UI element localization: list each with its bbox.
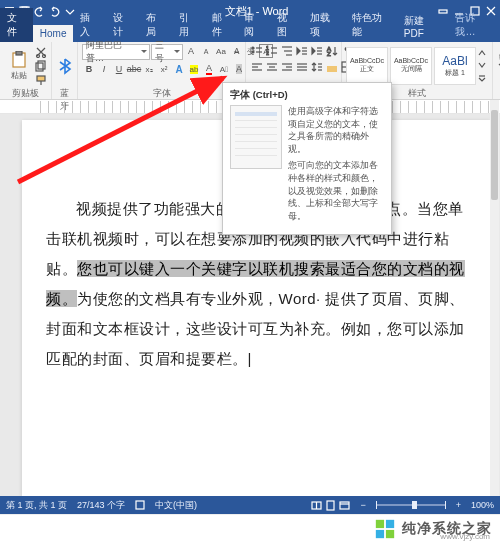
svg-point-17 [252, 51, 254, 53]
indent-inc-icon[interactable] [310, 44, 324, 58]
tab-insert[interactable]: 插入 [73, 8, 106, 42]
tab-home[interactable]: Home [33, 25, 74, 42]
undo-icon[interactable] [34, 6, 45, 17]
group-label-font: 字体 [82, 87, 241, 99]
watermark-url: www.vjzy.com [440, 532, 490, 541]
tab-view[interactable]: 视图 [270, 8, 303, 42]
tab-mailings[interactable]: 邮件 [205, 8, 238, 42]
group-label-clipboard: 剪贴板 [4, 87, 47, 99]
zoom-out-icon[interactable]: − [360, 500, 365, 510]
tell-me[interactable]: 告诉我… [448, 8, 500, 42]
redo-icon[interactable] [49, 6, 60, 17]
svg-text:Z: Z [327, 51, 331, 57]
highlight-icon[interactable]: ab [187, 62, 201, 76]
svg-rect-59 [340, 502, 349, 509]
group-clipboard: 粘贴 剪贴板 [0, 42, 52, 99]
tab-addins[interactable]: 加载项 [303, 8, 345, 42]
char-shading-icon[interactable]: A [232, 62, 246, 76]
align-right-icon[interactable] [280, 60, 294, 74]
tab-review[interactable]: 审阅 [237, 8, 270, 42]
tab-file[interactable]: 文件 [0, 8, 33, 42]
font-size-combo[interactable]: 三号 [151, 44, 183, 60]
styles-up-icon[interactable] [478, 49, 486, 57]
indent-dec-icon[interactable] [295, 44, 309, 58]
tab-newpdf[interactable]: 新建PDF [397, 11, 449, 42]
status-wordcount[interactable]: 27/143 个字 [77, 499, 125, 512]
watermark-footer: 纯净系统之家 www.vjzy.com [0, 514, 500, 542]
ribbon-tabs: 文件 Home 插入 设计 布局 引用 邮件 审阅 视图 加载项 特色功能 新建… [0, 22, 500, 42]
group-font: 阿里巴巴普… 三号 A A Aa A̶ 变 A B I U abc x₂ x² … [78, 42, 246, 99]
svg-point-15 [252, 47, 254, 49]
vertical-scrollbar[interactable] [490, 100, 499, 496]
bullets-icon[interactable] [250, 44, 264, 58]
svg-rect-12 [38, 61, 45, 69]
svg-rect-64 [386, 529, 394, 537]
format-painter-icon[interactable] [35, 74, 47, 86]
tab-special[interactable]: 特色功能 [345, 8, 397, 42]
group-bluetooth: 蓝牙 [52, 42, 78, 99]
svg-rect-63 [376, 529, 384, 537]
subscript-icon[interactable]: x₂ [142, 62, 156, 76]
status-language[interactable]: 中文(中国) [155, 499, 197, 512]
read-mode-icon[interactable] [311, 500, 322, 511]
align-justify-icon[interactable] [295, 60, 309, 74]
align-left-icon[interactable] [250, 60, 264, 74]
style-heading1[interactable]: AaBl 标题 1 [434, 47, 476, 85]
web-layout-icon[interactable] [339, 500, 350, 511]
bluetooth-button[interactable] [56, 46, 74, 86]
sort-icon[interactable]: AZ [325, 44, 339, 58]
svg-rect-8 [16, 51, 22, 55]
styles-down-icon[interactable] [478, 61, 486, 69]
svg-rect-62 [386, 519, 394, 527]
group-editing: 编辑 [493, 42, 500, 99]
svg-rect-11 [36, 63, 43, 71]
status-page[interactable]: 第 1 页, 共 1 页 [6, 499, 67, 512]
tooltip-title: 字体 (Ctrl+D) [230, 89, 384, 102]
style-nospacing[interactable]: AaBbCcDc 无间隔 [390, 47, 432, 85]
zoom-in-icon[interactable]: + [456, 500, 461, 510]
shrink-font-icon[interactable]: A [199, 44, 213, 58]
svg-rect-55 [136, 501, 144, 509]
line-spacing-icon[interactable] [310, 60, 324, 74]
text-effects-icon[interactable]: A [172, 62, 186, 76]
svg-rect-49 [327, 66, 337, 72]
tab-layout[interactable]: 布局 [139, 8, 172, 42]
svg-rect-58 [327, 501, 334, 510]
svg-point-9 [37, 54, 40, 57]
vertical-ruler[interactable] [0, 114, 18, 496]
status-bar: 第 1 页, 共 1 页 27/143 个字 中文(中国) − + 100% [0, 496, 500, 514]
cut-icon[interactable] [35, 46, 47, 58]
print-layout-icon[interactable] [325, 500, 336, 511]
zoom-level[interactable]: 100% [471, 500, 494, 510]
shading-icon[interactable] [325, 60, 339, 74]
zoom-slider[interactable] [376, 504, 446, 506]
paste-label: 粘贴 [11, 70, 27, 81]
paste-button[interactable]: 粘贴 [4, 46, 33, 86]
grow-font-icon[interactable]: A [184, 44, 198, 58]
font-color-icon[interactable]: A [202, 62, 216, 76]
copy-icon[interactable] [35, 60, 47, 72]
svg-rect-13 [37, 76, 45, 81]
styles-more-icon[interactable] [478, 74, 486, 82]
svg-rect-61 [376, 519, 384, 527]
scroll-thumb[interactable] [491, 110, 498, 200]
change-case-icon[interactable]: Aa [214, 44, 228, 58]
numbering-icon[interactable]: 12 [265, 44, 279, 58]
style-normal[interactable]: AaBbCcDc 正文 [346, 47, 388, 85]
tooltip-desc-2: 您可向您的文本添加各种各样的样式和颜色，以及视觉效果，如删除线、上标和全部大写字… [288, 159, 384, 222]
tab-references[interactable]: 引用 [172, 8, 205, 42]
group-label-bluetooth: 蓝牙 [56, 87, 73, 99]
watermark-logo-icon [374, 518, 396, 540]
multilevel-icon[interactable] [280, 44, 294, 58]
font-dialog-tooltip: 字体 (Ctrl+D) 使用高级字体和字符选项自定义您的文本，使之具备所需的精确… [222, 82, 392, 235]
align-center-icon[interactable] [265, 60, 279, 74]
tooltip-thumbnail [230, 105, 282, 169]
enclose-icon[interactable]: A⃝ [217, 62, 231, 76]
clear-format-icon[interactable]: A̶ [229, 44, 243, 58]
font-family-combo[interactable]: 阿里巴巴普… [82, 44, 150, 60]
spellcheck-icon[interactable] [135, 500, 145, 510]
body-text: 为使您的文档具有专业外观，Word· 提供了页眉、页脚、封面和文本框设计，这些设… [46, 290, 465, 367]
tooltip-desc-1: 使用高级字体和字符选项自定义您的文本，使之具备所需的精确外观。 [288, 105, 384, 155]
tab-design[interactable]: 设计 [106, 8, 139, 42]
svg-point-10 [43, 54, 46, 57]
